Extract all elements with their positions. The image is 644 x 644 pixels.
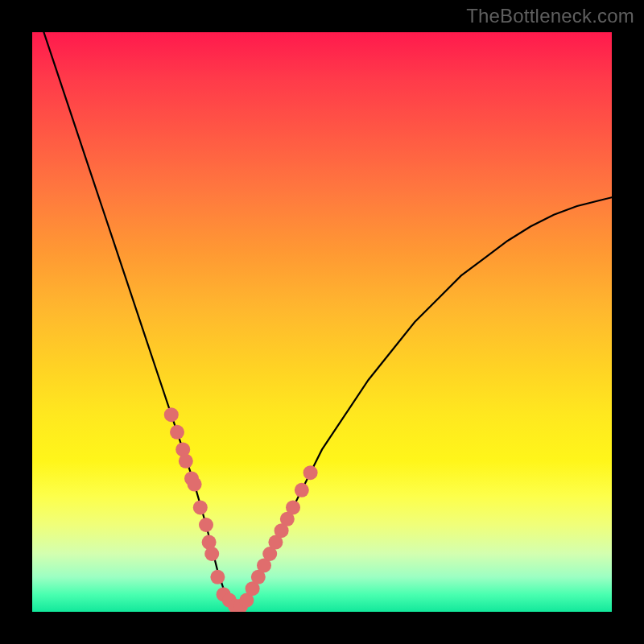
data-point bbox=[170, 425, 184, 440]
watermark-text: TheBottleneck.com bbox=[466, 5, 634, 27]
data-point bbox=[303, 465, 318, 480]
data-point bbox=[193, 500, 208, 514]
data-point bbox=[204, 547, 219, 561]
data-point bbox=[286, 500, 300, 514]
data-point bbox=[210, 570, 225, 584]
chart-frame: TheBottleneck.com bbox=[0, 0, 644, 644]
data-point bbox=[188, 477, 202, 492]
highlighted-points bbox=[164, 407, 318, 612]
data-point bbox=[199, 518, 213, 532]
bottleneck-curve bbox=[43, 32, 612, 606]
curve-layer bbox=[32, 32, 612, 612]
data-point bbox=[164, 407, 179, 422]
data-point bbox=[295, 483, 309, 497]
data-point bbox=[179, 454, 193, 469]
plot-area bbox=[32, 32, 612, 612]
